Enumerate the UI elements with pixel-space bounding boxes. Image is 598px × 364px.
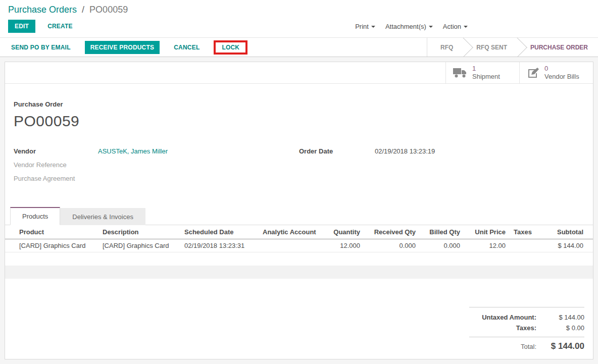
vendor-bills-count: 0 [544,65,579,73]
caret-down-icon [464,26,468,28]
stat-buttons-row: 1 Shipment 0 Vendor Bills [5,62,593,84]
cell-unit-price[interactable]: 12.00 [464,239,510,252]
action-menus: Print Attachment(s) Action [355,23,468,30]
untaxed-amount-label: Untaxed Amount: [482,314,536,321]
notebook-tabs: Products Deliveries & Invoices [5,206,593,225]
cell-description[interactable]: [CARD] Graphics Card [98,239,180,252]
statusbar: SEND PO BY EMAIL RECEIVE PRODUCTS CANCEL… [0,37,598,57]
total-value: $ 144.00 [536,341,584,351]
vendor-label: Vendor [14,147,98,155]
untaxed-amount-row: Untaxed Amount: $ 144.00 [469,312,584,323]
taxes-row: Taxes: $ 0.00 [469,323,584,333]
cell-taxes[interactable] [510,239,539,252]
control-panel: Purchase Orders / PO00059 EDIT CREATE Pr… [0,0,598,37]
breadcrumb-separator: / [82,5,84,15]
create-button[interactable]: CREATE [44,22,76,30]
table-row[interactable]: [CARD] Graphics Card [CARD] Graphics Car… [5,239,593,252]
cell-received-qty[interactable]: 0.000 [364,239,420,252]
vendor-field: Vendor ASUSTeK, James Miller [14,147,299,155]
table-header-row: Product Description Scheduled Date Analy… [5,225,593,239]
taxes-value: $ 0.00 [536,324,584,332]
col-billed-qty[interactable]: Billed Qty [420,225,464,239]
status-step-rfq[interactable]: RFQ [427,38,463,57]
col-product[interactable]: Product [5,225,98,239]
empty-table-row-striped [5,266,593,279]
print-menu[interactable]: Print [355,23,375,30]
order-date-field: Order Date 02/19/2018 13:23:19 [299,147,584,155]
attachments-menu[interactable]: Attachment(s) [385,23,433,30]
fields-right-column: Order Date 02/19/2018 13:23:19 [299,147,584,188]
tab-products[interactable]: Products [10,207,60,225]
form-view-background: 1 Shipment 0 Vendor Bills Purchase [0,57,598,364]
taxes-label: Taxes: [516,324,536,332]
col-quantity[interactable]: Quantity [319,225,364,239]
form-sheet: 1 Shipment 0 Vendor Bills Purchase [5,62,593,359]
cell-analytic-account[interactable] [259,239,319,252]
breadcrumb: Purchase Orders / PO00059 [8,4,590,16]
control-panel-buttons-row: EDIT CREATE Print Attachment(s) Action [8,20,590,37]
breadcrumb-current-po: PO00059 [89,5,128,15]
action-menu[interactable]: Action [443,23,468,30]
sheet-content: Purchase Order PO00059 Vendor ASUSTeK, J… [5,100,593,188]
col-scheduled-date[interactable]: Scheduled Date [180,225,259,239]
vendor-reference-field: Vendor Reference [14,161,299,169]
caret-down-icon [371,26,375,28]
col-description[interactable]: Description [98,225,180,239]
page-title: PO00059 [14,113,584,130]
shipment-label: Shipment [472,73,500,81]
status-step-rfq-sent[interactable]: RFQ SENT [463,38,517,57]
statusbar-buttons: SEND PO BY EMAIL RECEIVE PRODUCTS CANCEL… [8,40,247,55]
shipment-stat-button[interactable]: 1 Shipment [445,62,519,83]
pencil-square-icon [527,67,539,79]
receive-products-button[interactable]: RECEIVE PRODUCTS [85,41,160,54]
cell-subtotal[interactable]: $ 144.00 [539,239,593,252]
document-type-label: Purchase Order [14,100,584,108]
purchase-agreement-label: Purchase Agreement [14,174,98,183]
totals-panel: Untaxed Amount: $ 144.00 Taxes: $ 0.00 T… [469,307,584,353]
status-pipeline: RFQ RFQ SENT PURCHASE ORDER [427,38,598,57]
truck-icon [453,68,467,78]
cell-scheduled-date[interactable]: 02/19/2018 13:23:31 [180,239,259,252]
lock-highlight-annotation: LOCK [214,40,247,55]
vendor-bills-stat-button[interactable]: 0 Vendor Bills [519,62,593,83]
cancel-button[interactable]: CANCEL [171,43,203,51]
col-received-qty[interactable]: Received Qty [364,225,420,239]
total-row: Total: $ 144.00 [469,337,584,353]
order-date-value: 02/19/2018 13:23:19 [375,147,435,155]
purchase-agreement-field: Purchase Agreement [14,174,299,183]
field-group: Vendor ASUSTeK, James Miller Vendor Refe… [14,147,584,188]
vendor-bills-stat-text: 0 Vendor Bills [544,65,579,81]
cell-quantity[interactable]: 12.000 [319,239,364,252]
vendor-bills-label: Vendor Bills [544,73,579,81]
empty-table-row [5,252,593,266]
caret-down-icon [429,26,433,28]
col-analytic-account[interactable]: Analytic Account [259,225,319,239]
total-label: Total: [521,343,536,350]
fields-left-column: Vendor ASUSTeK, James Miller Vendor Refe… [14,147,299,188]
shipment-stat-text: 1 Shipment [472,65,500,81]
lock-button[interactable]: LOCK [219,43,242,51]
status-step-purchase-order[interactable]: PURCHASE ORDER [517,38,598,57]
col-unit-price[interactable]: Unit Price [464,225,510,239]
cell-billed-qty[interactable]: 0.000 [420,239,464,252]
vendor-reference-label: Vendor Reference [14,161,98,169]
col-taxes[interactable]: Taxes [510,225,539,239]
shipment-count: 1 [472,65,500,73]
cell-product[interactable]: [CARD] Graphics Card [5,239,98,252]
order-lines-table: Product Description Scheduled Date Analy… [5,225,593,252]
col-subtotal[interactable]: Subtotal [539,225,593,239]
order-date-label: Order Date [299,147,375,155]
vendor-value-link[interactable]: ASUSTeK, James Miller [98,147,168,155]
send-po-by-email-button[interactable]: SEND PO BY EMAIL [8,43,74,51]
breadcrumb-purchase-orders[interactable]: Purchase Orders [8,5,77,15]
tab-deliveries-invoices[interactable]: Deliveries & Invoices [60,208,145,225]
edit-button[interactable]: EDIT [8,20,35,33]
untaxed-amount-value: $ 144.00 [536,314,584,321]
